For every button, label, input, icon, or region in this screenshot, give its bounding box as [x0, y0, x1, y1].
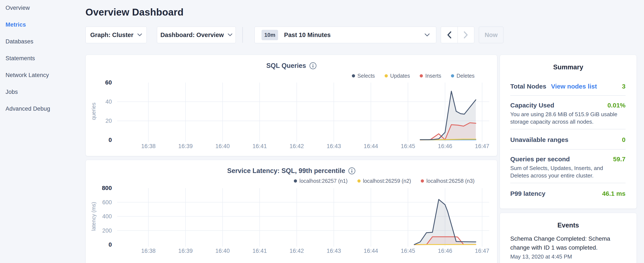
summary-divider [510, 149, 626, 150]
svg-text:queries: queries [90, 103, 96, 120]
toolbar: Graph: Cluster Dashboard: Overview 10m P… [0, 27, 644, 43]
view-nodes-list-link[interactable]: View nodes list [551, 83, 597, 90]
svg-text:16:47: 16:47 [475, 248, 490, 254]
svg-text:16:39: 16:39 [178, 248, 193, 254]
summary-row-value: 3 [622, 83, 626, 90]
svg-text:800: 800 [102, 185, 112, 191]
summary-row-label: Capacity Used [510, 102, 554, 109]
chevron-right-icon [464, 31, 468, 39]
summary-row-total-nodes: Total NodesView nodes list3 [510, 83, 626, 90]
summary-row-unavailable-ranges: Unavailable ranges0 [510, 136, 626, 143]
event-message[interactable]: Schema Change Completed: Schema change w… [510, 234, 626, 252]
sidebar-item-overview[interactable]: Overview [6, 5, 83, 11]
svg-text:16:45: 16:45 [401, 248, 415, 254]
chart-plot[interactable]: 16:3816:3916:4016:4116:4216:4316:4416:45… [86, 55, 498, 156]
svg-text:16:47: 16:47 [475, 143, 490, 149]
time-step-buttons [441, 27, 474, 43]
svg-text:16:46: 16:46 [438, 143, 452, 149]
graph-dropdown-label: Graph: Cluster [90, 32, 133, 39]
summary-row-label: Queries per second [510, 156, 570, 163]
summary-row-label: Total Nodes [510, 83, 546, 90]
sidebar-item-network-latency[interactable]: Network Latency [6, 72, 83, 78]
chart-plot[interactable]: 16:3816:3916:4016:4116:4216:4316:4416:45… [86, 160, 498, 263]
summary-panel: Summary Total NodesView nodes list3Capac… [500, 55, 637, 209]
svg-text:200: 200 [102, 227, 112, 234]
sidebar-item-statements[interactable]: Statements [6, 55, 83, 61]
svg-text:16:46: 16:46 [438, 248, 452, 254]
svg-text:16:39: 16:39 [178, 143, 193, 149]
sql-queries-chart-card: SQL QueriesSelectsUpdatesInsertsDeletes1… [86, 55, 497, 156]
svg-text:16:38: 16:38 [141, 248, 156, 254]
svg-text:60: 60 [105, 79, 112, 86]
sidebar-item-advanced-debug[interactable]: Advanced Debug [6, 106, 83, 112]
time-window-badge: 10m [262, 30, 278, 40]
summary-divider [510, 95, 626, 96]
summary-row-value: 0.01% [608, 102, 626, 109]
dashboard-dropdown[interactable]: Dashboard: Overview [157, 27, 236, 43]
now-button[interactable]: Now [479, 27, 504, 43]
summary-title: Summary [500, 63, 636, 71]
events-panel: Events Schema Change Completed: Schema c… [500, 213, 637, 263]
event-timestamp: May 13, 2020 at 4:45 PM [510, 253, 572, 260]
summary-row-queries-per-second: Queries per second59.7 [510, 156, 626, 163]
svg-text:16:40: 16:40 [216, 143, 230, 149]
svg-text:600: 600 [102, 199, 112, 205]
page-title: Overview Dashboard [86, 7, 184, 18]
svg-text:0: 0 [108, 137, 112, 143]
overview-dashboard-screen: OverviewMetricsDatabasesStatementsNetwor… [0, 0, 644, 263]
summary-row-description: You are using 28.6 MiB of 515.9 GiB usab… [510, 111, 623, 126]
summary-row-value: 0 [622, 136, 626, 143]
chevron-down-icon [228, 34, 232, 36]
summary-row-capacity-used: Capacity Used0.01% [510, 102, 626, 109]
step-forward-button[interactable] [458, 27, 474, 43]
time-window-label: Past 10 Minutes [284, 32, 330, 39]
svg-text:16:44: 16:44 [364, 248, 378, 254]
svg-text:16:42: 16:42 [290, 143, 304, 149]
summary-divider [510, 129, 626, 129]
summary-row-label: P99 latency [510, 190, 545, 197]
summary-row-p99-latency: P99 latency46.1 ms [510, 190, 626, 197]
dashboard-dropdown-label: Dashboard: Overview [160, 32, 224, 39]
summary-row-label: Unavailable ranges [510, 136, 568, 143]
time-window-selector[interactable]: 10m Past 10 Minutes [254, 27, 436, 43]
svg-text:16:42: 16:42 [290, 248, 304, 254]
summary-row-description: Sum of Selects, Updates, Inserts, and De… [510, 164, 623, 179]
svg-text:20: 20 [106, 118, 112, 124]
chevron-down-icon [424, 34, 430, 37]
events-title: Events [500, 221, 636, 229]
svg-text:400: 400 [102, 213, 112, 220]
summary-row-value: 59.7 [613, 156, 626, 163]
graph-dropdown[interactable]: Graph: Cluster [86, 27, 147, 43]
svg-text:16:43: 16:43 [326, 248, 341, 254]
svg-text:0: 0 [108, 241, 112, 248]
svg-text:16:40: 16:40 [216, 248, 230, 254]
toolbar-divider [242, 27, 243, 43]
summary-row-value: 46.1 ms [602, 190, 626, 197]
step-back-button[interactable] [441, 27, 458, 43]
svg-text:16:41: 16:41 [252, 143, 267, 149]
svg-text:latency (ms): latency (ms) [90, 202, 96, 231]
chevron-down-icon [137, 34, 142, 36]
sidebar-item-jobs[interactable]: Jobs [6, 89, 83, 95]
svg-text:40: 40 [106, 99, 112, 105]
chevron-left-icon [447, 31, 451, 39]
svg-text:16:41: 16:41 [252, 248, 267, 254]
svg-text:16:43: 16:43 [326, 143, 341, 149]
summary-divider [510, 183, 626, 183]
svg-text:16:44: 16:44 [364, 143, 378, 149]
service-latency-chart-card: Service Latency: SQL, 99th percentileloc… [86, 160, 497, 263]
svg-text:16:45: 16:45 [401, 143, 415, 149]
svg-text:16:38: 16:38 [141, 143, 156, 149]
